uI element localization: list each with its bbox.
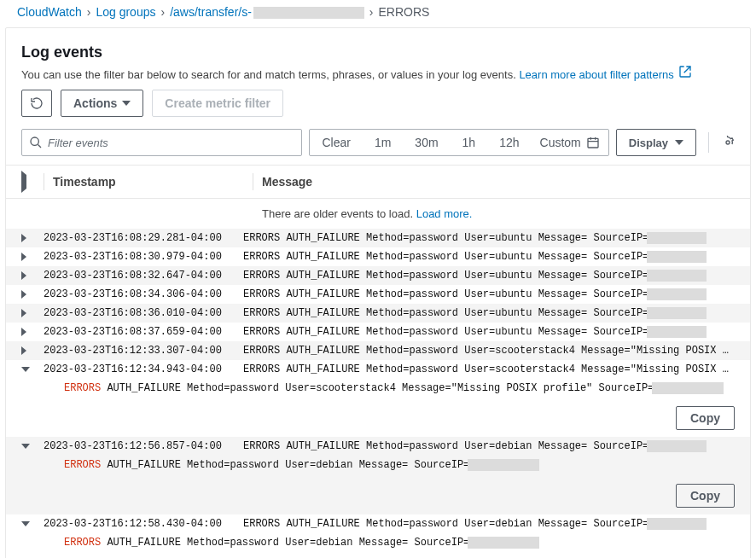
redacted-ip	[468, 537, 539, 549]
copy-button[interactable]: Copy	[676, 406, 735, 430]
caret-down-icon	[21, 367, 30, 372]
breadcrumb-current: ERRORS	[379, 5, 430, 19]
row-timestamp: 2023-03-23T16:08:34.306-04:00	[44, 288, 243, 300]
log-row: 2023-03-23T16:08:30.979-04:00ERRORS AUTH…	[6, 247, 750, 266]
caret-down-icon	[122, 101, 131, 106]
range-custom[interactable]: Custom	[532, 130, 608, 155]
row-timestamp: 2023-03-23T16:08:30.979-04:00	[44, 251, 243, 263]
row-message: ERRORS AUTH_FAILURE Method=password User…	[243, 232, 735, 244]
row-timestamp: 2023-03-23T16:08:29.281-04:00	[44, 232, 243, 244]
external-link-icon	[678, 65, 692, 78]
redacted-ip	[647, 232, 707, 244]
chevron-right-icon: ›	[369, 5, 374, 19]
redacted-ip	[647, 251, 707, 263]
log-events-panel: Log events You can use the filter bar be…	[5, 27, 751, 558]
expanded-message: AUTH_FAILURE Method=password User=debian…	[101, 460, 469, 472]
column-timestamp: Timestamp	[53, 175, 253, 189]
redacted-ip	[647, 326, 707, 338]
chevron-right-icon: ›	[160, 5, 165, 19]
filter-events-input[interactable]: Filter events	[21, 129, 302, 156]
row-expand-toggle[interactable]	[21, 328, 44, 336]
range-clear[interactable]: Clear	[310, 130, 362, 155]
caret-right-icon	[21, 309, 26, 317]
row-timestamp: 2023-03-23T16:12:34.943-04:00	[44, 363, 243, 375]
expanded-message: AUTH_FAILURE Method=password User=scoote…	[101, 382, 654, 394]
row-expand-toggle[interactable]	[21, 271, 44, 280]
log-row: 2023-03-23T16:12:34.943-04:00ERRORS AUTH…	[6, 360, 750, 379]
caret-down-icon	[675, 140, 683, 145]
row-expand-toggle[interactable]	[21, 309, 44, 317]
row-message: ERRORS AUTH_FAILURE Method=password User…	[243, 440, 735, 452]
range-30m[interactable]: 30m	[403, 130, 450, 155]
redacted-ip	[647, 307, 707, 319]
learn-more-link[interactable]: Learn more about filter patterns	[519, 68, 692, 81]
caret-right-icon	[21, 271, 26, 280]
row-timestamp: 2023-03-23T16:08:32.647-04:00	[44, 270, 243, 282]
row-expand-toggle[interactable]	[21, 346, 44, 355]
redacted-ip	[647, 270, 707, 282]
redacted-ip	[468, 459, 539, 471]
copy-button[interactable]: Copy	[676, 484, 735, 508]
breadcrumb: CloudWatch › Log groups › /aws/transfer/…	[0, 0, 756, 27]
row-timestamp: 2023-03-23T16:12:56.857-04:00	[44, 440, 243, 452]
search-icon	[29, 136, 43, 149]
range-1h[interactable]: 1h	[451, 130, 488, 155]
row-timestamp: 2023-03-23T16:08:36.010-04:00	[44, 307, 243, 319]
display-button[interactable]: Display	[616, 129, 696, 156]
caret-down-icon	[21, 444, 30, 449]
create-metric-filter-button: Create metric filter	[152, 90, 283, 117]
svg-rect-1	[588, 139, 598, 148]
redacted-path	[253, 7, 364, 19]
row-message: ERRORS AUTH_FAILURE Method=password User…	[243, 518, 735, 530]
page-subtitle: You can use the filter bar below to sear…	[21, 65, 735, 81]
log-row: 2023-03-23T16:12:58.430-04:00ERRORS AUTH…	[6, 514, 750, 533]
actions-button[interactable]: Actions	[61, 90, 143, 117]
row-message: ERRORS AUTH_FAILURE Method=password User…	[243, 307, 735, 319]
caret-right-icon	[21, 253, 26, 261]
gear-icon[interactable]	[721, 136, 735, 149]
expand-all-toggle[interactable]	[21, 175, 44, 189]
caret-right-icon	[21, 290, 26, 299]
row-timestamp: 2023-03-23T16:08:37.659-04:00	[44, 326, 243, 338]
page-title: Log events	[21, 44, 735, 61]
row-expand-toggle[interactable]	[21, 521, 44, 526]
redacted-ip	[652, 382, 724, 394]
range-12h[interactable]: 12h	[487, 130, 531, 155]
row-timestamp: 2023-03-23T16:12:33.307-04:00	[44, 345, 243, 357]
log-row: 2023-03-23T16:08:34.306-04:00ERRORS AUTH…	[6, 285, 750, 304]
time-range-group: Clear 1m 30m 1h 12h Custom	[309, 129, 608, 156]
older-events-row: There are older events to load. Load mor…	[6, 199, 750, 229]
expanded-message: AUTH_FAILURE Method=password User=debian…	[101, 537, 469, 549]
redacted-ip	[647, 518, 707, 530]
log-row: 2023-03-23T16:12:33.307-04:00ERRORS AUTH…	[6, 341, 750, 360]
row-expand-toggle[interactable]	[21, 234, 44, 242]
row-message: ERRORS AUTH_FAILURE Method=password User…	[243, 345, 735, 357]
redacted-ip	[647, 440, 707, 452]
row-expand-toggle[interactable]	[21, 290, 44, 299]
range-1m[interactable]: 1m	[363, 130, 403, 155]
redacted-ip	[647, 288, 707, 300]
row-message: ERRORS AUTH_FAILURE Method=password User…	[243, 270, 735, 282]
breadcrumb-root[interactable]: CloudWatch	[17, 5, 82, 19]
caret-right-icon	[21, 234, 26, 242]
breadcrumb-log-groups[interactable]: Log groups	[96, 5, 155, 19]
log-row: 2023-03-23T16:08:32.647-04:00ERRORS AUTH…	[6, 266, 750, 285]
expanded-log-block: ERRORS AUTH_FAILURE Method=password User…	[6, 533, 750, 558]
row-expand-toggle[interactable]	[21, 367, 44, 372]
vertical-separator	[708, 132, 709, 153]
row-message: ERRORS AUTH_FAILURE Method=password User…	[243, 363, 735, 375]
row-message: ERRORS AUTH_FAILURE Method=password User…	[243, 251, 735, 263]
log-row: 2023-03-23T16:08:29.281-04:00ERRORS AUTH…	[6, 229, 750, 247]
svg-point-0	[31, 137, 38, 145]
row-expand-toggle[interactable]	[21, 444, 44, 449]
expanded-log-block: ERRORS AUTH_FAILURE Method=password User…	[6, 456, 750, 514]
load-more-link[interactable]: Load more.	[416, 207, 473, 220]
caret-right-icon	[21, 346, 26, 355]
row-expand-toggle[interactable]	[21, 253, 44, 261]
row-timestamp: 2023-03-23T16:12:58.430-04:00	[44, 518, 243, 530]
caret-right-icon	[21, 171, 26, 193]
refresh-button[interactable]	[21, 90, 52, 117]
calendar-icon	[586, 136, 600, 149]
breadcrumb-log-path[interactable]: /aws/transfer/s-	[170, 5, 364, 19]
log-row: 2023-03-23T16:12:56.857-04:00ERRORS AUTH…	[6, 437, 750, 456]
